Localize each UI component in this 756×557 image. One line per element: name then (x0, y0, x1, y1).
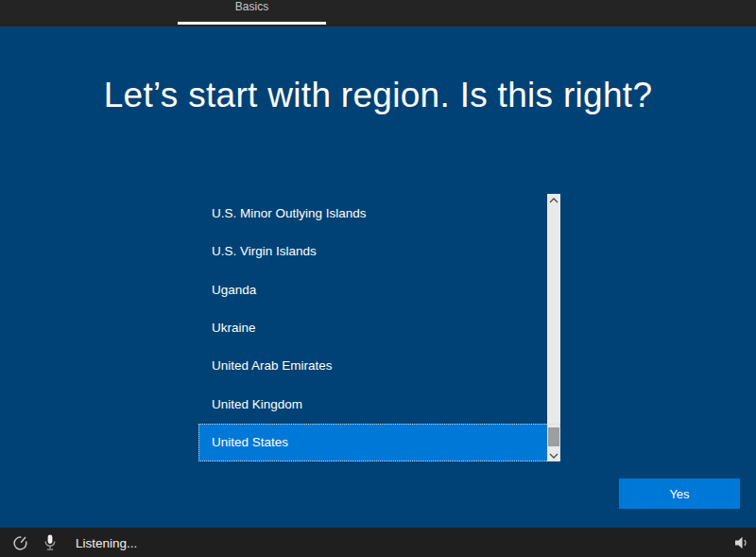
region-list-rows: U.S. Minor Outlying IslandsU.S. Virgin I… (198, 194, 560, 461)
chevron-up-icon (549, 198, 558, 203)
scrollbar-thumb[interactable] (548, 427, 559, 446)
scrollbar[interactable] (547, 194, 560, 461)
top-bar: Basics (0, 0, 756, 26)
region-list-item[interactable]: United Arab Emirates (198, 347, 560, 385)
oobe-screen: Basics Let’s start with region. Is this … (0, 0, 756, 557)
tab-basics-label: Basics (178, 0, 326, 13)
voice-status-text: Listening... (76, 535, 137, 549)
region-list-item[interactable]: United Kingdom (198, 385, 560, 423)
region-list-item[interactable]: U.S. Virgin Islands (198, 232, 560, 270)
region-list-item[interactable]: Uganda (198, 270, 560, 308)
scroll-down-button[interactable] (547, 449, 560, 461)
speaker-icon[interactable] (733, 535, 750, 549)
region-list-item-selected[interactable]: United States (198, 424, 560, 461)
region-listbox[interactable]: U.S. Minor Outlying IslandsU.S. Virgin I… (198, 194, 560, 461)
microphone-icon[interactable] (43, 533, 58, 551)
region-list-item[interactable]: U.S. Minor Outlying Islands (198, 194, 560, 232)
bottom-bar: Listening... (0, 528, 756, 557)
page-title: Let’s start with region. Is this right? (0, 76, 756, 115)
chevron-down-icon (549, 453, 558, 459)
region-list-item[interactable]: Ukraine (198, 308, 560, 346)
tab-active-underline (178, 22, 326, 25)
yes-button[interactable]: Yes (619, 479, 740, 509)
tab-basics[interactable]: Basics (178, 0, 326, 26)
scroll-up-button[interactable] (547, 194, 560, 206)
power-icon[interactable] (11, 533, 29, 551)
